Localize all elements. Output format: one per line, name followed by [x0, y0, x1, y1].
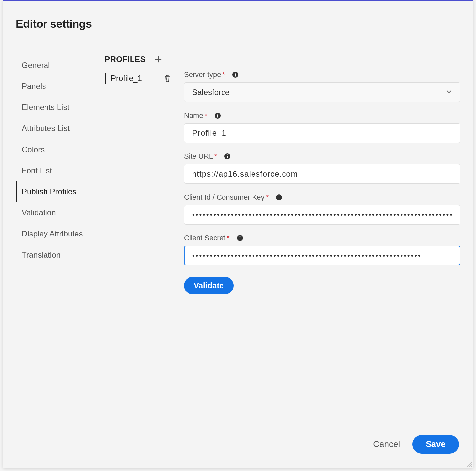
label-row: Client Id / Consumer Key * — [184, 193, 460, 202]
info-icon[interactable] — [214, 112, 221, 119]
nav-label: Translation — [22, 250, 61, 259]
nav-label: Publish Profiles — [22, 187, 76, 196]
nav-item-panels[interactable]: Panels — [16, 76, 92, 97]
svg-point-14 — [239, 236, 240, 237]
nav-item-attributes-list[interactable]: Attributes List — [16, 118, 92, 139]
field-client-id: Client Id / Consumer Key * — [184, 193, 460, 225]
nav-label: Validation — [22, 208, 56, 217]
nav-item-colors[interactable]: Colors — [16, 139, 92, 160]
save-button-label: Save — [426, 439, 446, 449]
dialog-footer: Cancel Save — [3, 434, 473, 468]
info-icon[interactable] — [236, 235, 244, 242]
svg-rect-7 — [227, 156, 228, 158]
svg-point-11 — [279, 195, 280, 196]
name-input[interactable] — [184, 123, 460, 143]
svg-point-8 — [227, 154, 228, 155]
label-row: Client Secret * — [184, 234, 460, 242]
nav-item-font-list[interactable]: Font List — [16, 160, 92, 181]
field-client-secret: Client Secret * — [184, 234, 460, 265]
nav-label: Font List — [22, 166, 52, 175]
field-label: Site URL — [184, 152, 213, 161]
profile-item-name: Profile_1 — [111, 74, 142, 83]
client-secret-input[interactable] — [184, 246, 460, 265]
field-label: Client Secret — [184, 234, 225, 242]
cancel-button[interactable]: Cancel — [370, 434, 403, 454]
validate-button-label: Validate — [194, 281, 224, 290]
nav-label: Panels — [22, 82, 46, 91]
svg-rect-1 — [235, 74, 236, 77]
field-label: Name — [184, 111, 203, 120]
validate-button[interactable]: Validate — [184, 277, 234, 294]
svg-point-5 — [217, 114, 218, 115]
svg-point-2 — [235, 73, 236, 74]
nav-item-publish-profiles[interactable]: Publish Profiles — [16, 181, 92, 202]
nav-label: Attributes List — [22, 124, 70, 133]
cancel-button-label: Cancel — [373, 439, 400, 449]
field-server-type: Server type * Salesforce — [184, 70, 460, 102]
required-asterisk: * — [223, 70, 225, 79]
profiles-heading: PROFILES — [105, 55, 146, 64]
field-label: Server type — [184, 70, 221, 79]
nav-label: Display Attributes — [22, 229, 83, 238]
editor-settings-dialog: Editor settings General Panels Elements … — [3, 0, 473, 468]
delete-profile-icon[interactable] — [164, 75, 171, 82]
chevron-down-icon — [445, 88, 453, 97]
required-asterisk: * — [266, 193, 269, 202]
field-label: Client Id / Consumer Key — [184, 193, 265, 202]
nav-item-display-attributes[interactable]: Display Attributes — [16, 223, 92, 244]
nav-label: General — [22, 61, 50, 69]
dialog-header: Editor settings — [3, 1, 473, 38]
nav-item-validation[interactable]: Validation — [16, 202, 92, 223]
profile-form: Server type * Salesforce Name * — [184, 55, 460, 434]
save-button[interactable]: Save — [412, 435, 459, 454]
select-value: Salesforce — [192, 88, 229, 97]
server-type-select[interactable]: Salesforce — [184, 82, 460, 102]
label-row: Server type * — [184, 70, 460, 79]
nav-label: Elements List — [22, 103, 69, 112]
dialog-body: General Panels Elements List Attributes … — [3, 38, 473, 434]
nav-item-elements-list[interactable]: Elements List — [16, 97, 92, 118]
info-icon[interactable] — [232, 71, 239, 78]
svg-rect-10 — [279, 197, 279, 199]
add-profile-icon[interactable] — [154, 55, 162, 63]
label-row: Site URL * — [184, 152, 460, 161]
settings-nav: General Panels Elements List Attributes … — [16, 55, 92, 434]
svg-rect-4 — [217, 115, 218, 118]
nav-item-translation[interactable]: Translation — [16, 244, 92, 265]
info-icon[interactable] — [224, 153, 231, 160]
site-url-input[interactable] — [184, 164, 460, 184]
nav-label: Colors — [22, 145, 45, 154]
svg-rect-13 — [240, 238, 240, 240]
profiles-header: PROFILES — [105, 55, 171, 64]
required-asterisk: * — [227, 234, 230, 242]
field-site-url: Site URL * — [184, 152, 460, 184]
required-asterisk: * — [205, 111, 208, 120]
profile-item[interactable]: Profile_1 — [105, 73, 171, 84]
label-row: Name * — [184, 111, 460, 120]
dialog-title: Editor settings — [16, 17, 460, 30]
nav-item-general[interactable]: General — [16, 55, 92, 76]
info-icon[interactable] — [275, 194, 283, 201]
required-asterisk: * — [214, 152, 217, 161]
profiles-column: PROFILES Profile_1 — [105, 55, 171, 434]
client-id-input[interactable] — [184, 205, 460, 225]
field-name: Name * — [184, 111, 460, 143]
